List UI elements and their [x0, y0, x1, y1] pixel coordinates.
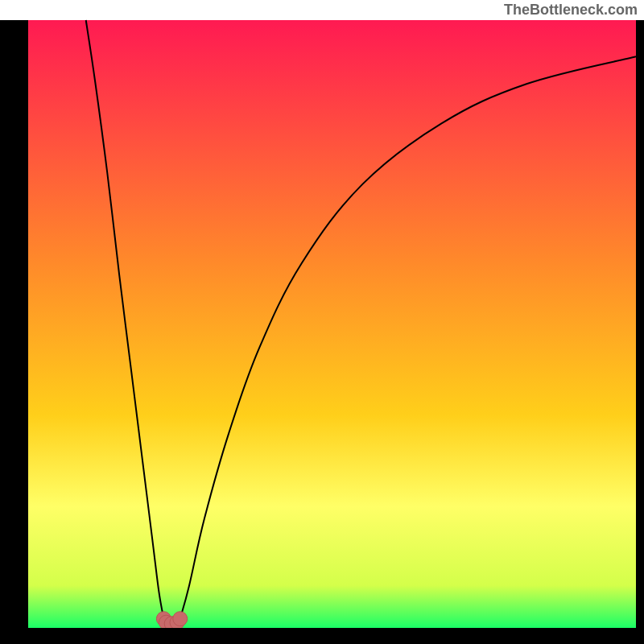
bottleneck-chart: [0, 0, 644, 644]
plot-background: [28, 20, 636, 628]
minimum-marker: [173, 612, 188, 626]
border-bottom: [0, 628, 644, 644]
watermark-text: TheBottleneck.com: [504, 2, 638, 19]
chart-container: [0, 0, 644, 644]
border-left: [0, 20, 28, 644]
border-right: [636, 20, 644, 644]
